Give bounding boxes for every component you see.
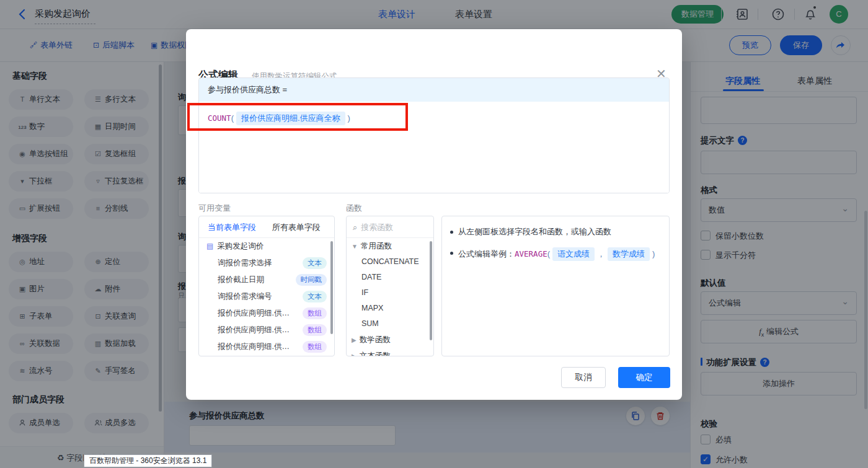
variable-row[interactable]: 报价截止日期时间戳	[199, 272, 334, 288]
function-group-math[interactable]: ▶数学函数	[347, 332, 433, 348]
type-tag: 数组	[303, 341, 327, 353]
function-item[interactable]: MAPX	[347, 301, 433, 316]
chevron-right-icon: ▶	[352, 353, 356, 356]
variables-panel: 当前表单字段 所有表单字段 ▤采购发起询价 询报价需求选择文本 报价截止日期时间…	[198, 216, 335, 356]
search-icon: ⌕	[353, 223, 357, 232]
functions-label: 函数	[346, 203, 362, 214]
type-tag: 数组	[303, 324, 327, 336]
type-tag: 时间戳	[296, 274, 327, 286]
function-item[interactable]: SUM	[347, 316, 433, 332]
app-window: 采购发起询价 表单设计 表单设置 数据管理 C 🔗︎表单外链 ⊡后端脚本 ▣数据…	[0, 0, 868, 468]
chevron-down-icon: ▼	[352, 243, 358, 250]
example-token: 语文成绩	[552, 247, 595, 261]
variables-root[interactable]: ▤采购发起询价	[199, 238, 334, 255]
example-token: 数学成绩	[608, 247, 650, 261]
variables-tabs: 当前表单字段 所有表单字段	[199, 216, 334, 238]
functions-panel: ⌕ ▼常用函数 CONCATENATE DATE IF MAPX SUM ▶数学…	[346, 216, 434, 356]
cancel-button[interactable]: 取消	[561, 367, 606, 388]
type-tag: 文本	[303, 257, 327, 269]
confirm-button[interactable]: 确定	[618, 367, 670, 388]
tips-panel: 从左侧面板选择字段名和函数，或输入函数 公式编辑举例：AVERAGE(语文成绩，…	[441, 216, 670, 356]
function-item[interactable]: IF	[347, 285, 433, 301]
variables-scrollbar[interactable]	[330, 241, 333, 334]
annotation-red-rectangle	[187, 103, 408, 131]
formula-editor-modal: 公式编辑 使用数学运算符编辑公式 ✕ 参与报价供应商总数 = COUNT(报价供…	[186, 29, 682, 400]
function-item[interactable]: CONCATENATE	[347, 254, 433, 270]
variable-row[interactable]: 询报价需求编号文本	[199, 288, 334, 305]
formula-target: 参与报价供应商总数 =	[199, 78, 669, 102]
type-tag: 文本	[303, 291, 327, 302]
browser-status-tooltip: 百数帮助管理 - 360安全浏览器 13.1	[84, 454, 212, 467]
variables-label: 可用变量	[198, 203, 231, 214]
type-tag: 数组	[303, 307, 327, 319]
form-doc-icon: ▤	[206, 242, 213, 250]
chevron-right-icon: ▶	[352, 337, 356, 343]
function-item[interactable]: DATE	[347, 270, 433, 285]
tab-all-form-fields[interactable]: 所有表单字段	[272, 223, 321, 232]
tab-current-form-fields[interactable]: 当前表单字段	[208, 223, 256, 232]
functions-scrollbar[interactable]	[430, 241, 432, 340]
variable-row[interactable]: 询报价需求选择文本	[199, 255, 334, 272]
variable-row[interactable]: 报价供应商明细.供应商数组	[199, 322, 334, 338]
function-group-common[interactable]: ▼常用函数	[347, 238, 433, 254]
variable-row[interactable]: 报价供应商明细.供应...数组	[199, 305, 334, 322]
formula-editor-box[interactable]: 参与报价供应商总数 = COUNT(报价供应商明细.供应商全称)	[198, 77, 670, 193]
variable-row[interactable]: 报价供应商明细.供应...数组	[199, 338, 334, 355]
tip-line: 从左侧面板选择字段名和函数，或输入函数	[458, 226, 669, 237]
function-search-input[interactable]	[361, 217, 417, 238]
example-function: AVERAGE	[515, 249, 547, 258]
function-group-text[interactable]: ▶文本函数	[347, 348, 433, 356]
function-search[interactable]: ⌕	[347, 216, 433, 238]
tip-example: 公式编辑举例：AVERAGE(语文成绩，数学成绩)	[458, 247, 669, 261]
